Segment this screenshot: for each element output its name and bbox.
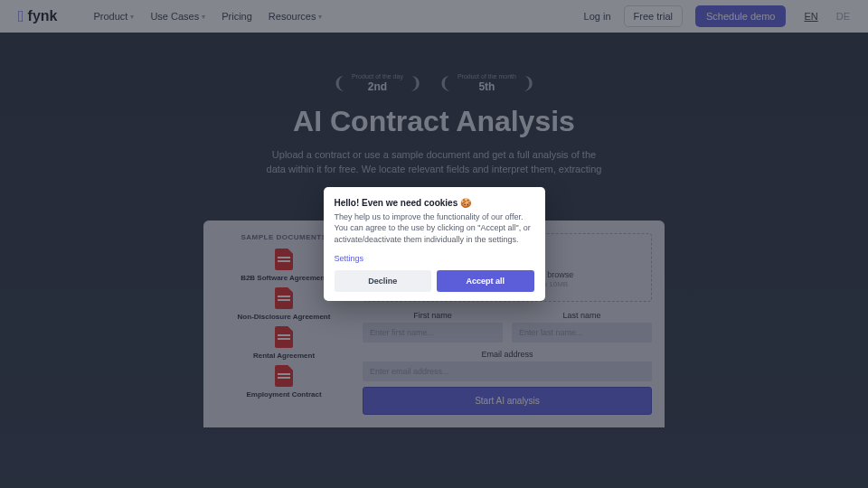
modal-overlay: Hello! Even we need cookies 🍪 They help … — [0, 0, 868, 488]
cookie-decline-button[interactable]: Decline — [335, 270, 432, 292]
cookie-accept-button[interactable]: Accept all — [437, 270, 534, 292]
cookie-dialog: Hello! Even we need cookies 🍪 They help … — [324, 187, 545, 302]
cookie-body: They help us to improve the functionalit… — [335, 211, 534, 246]
cookie-settings-link[interactable]: Settings — [335, 254, 534, 263]
cookie-title: Hello! Even we need cookies 🍪 — [335, 198, 534, 208]
